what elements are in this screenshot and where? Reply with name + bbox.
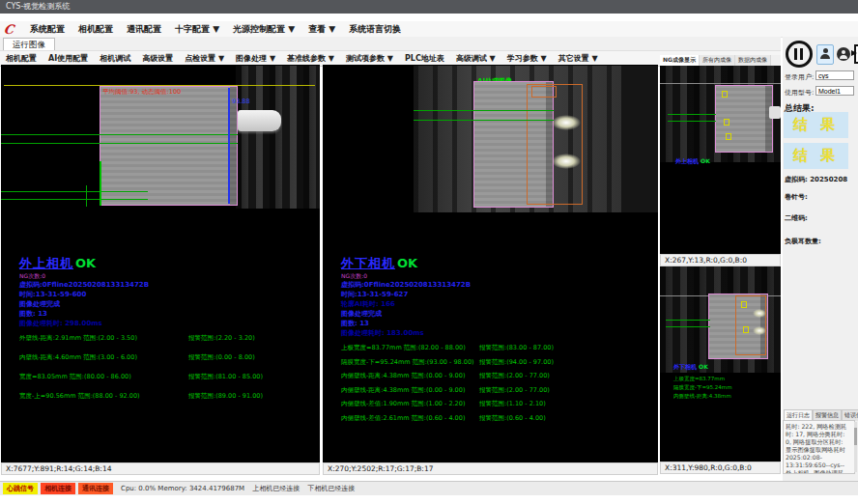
log-scrollbar[interactable] [854,422,857,472]
log-text-area[interactable]: 耗时: 222, 网络检测耗时: 17, 网络分类耗时: 0, 网络提取分区耗时… [783,420,855,474]
measure-line [1,199,148,200]
menu-comm-config[interactable]: 通讯配置 [120,23,168,36]
result-overlay-lower: 外下相机OK NG次数:0 虚拟码:0Ffline202502081331347… [341,253,554,426]
model-label: 使用型号: [785,88,814,98]
pixel-coords-text: X:311,Y:980,R:0,G:0,B:0 [665,463,752,472]
reflection-flare [552,115,581,130]
process-elapsed-label: 图像处理耗时: 183.00ms [341,328,554,338]
qr-code-label: 二维码: [785,213,808,223]
tool-advanced-settings[interactable]: 高级设置 [136,53,179,64]
measurement-name: 隔膜宽度-下=95.24mm 范围:(93.00 - 98.00) [341,359,479,366]
upper-camera-status: 上相机已经连接 [252,484,300,493]
pause-button[interactable] [786,41,813,68]
pixel-coords-text: X:7677;Y:891;R:14;G:14;B:14 [6,464,111,473]
app-logo-icon [3,23,18,36]
machinery-dark-column [621,66,658,212]
model-input[interactable] [815,86,854,96]
lower-camera-status: 下相机已经连接 [307,484,355,493]
menu-light-control[interactable]: 光源控制配置 ▼ [226,23,301,36]
login-user-label: 登录用户: [785,72,814,82]
measurement-list: 上极宽度=83.77mm 范围:(82.00 - 88.00)报警范围:(83.… [341,342,554,421]
tab-all-images[interactable]: 所有内成像 [700,55,735,66]
tab-strip: 运行图像 [0,37,781,51]
measurement-row: 内侧壁线-差值:2.61mm 范围:(0.60 - 4.00)报警范围:(0.6… [341,412,554,422]
tool-camera-config[interactable]: 相机配置 [0,53,43,64]
tab-data-images[interactable]: 数据内成像 [735,55,771,66]
measurement-row: 内侧壁线-距离:4.38mm 范围:(0.00 - 9.00)报警范围:(2.0… [341,370,554,379]
thumb-view-upper[interactable]: 外上相机 OK [660,66,781,254]
thumb-measure-line: 内侧壁线-距离:4.38mm [673,392,731,400]
camera-view-upper[interactable]: 平均阈值:93, 动态阈值:100 93.88 外上相机OK NG次数:0 虚拟… [1,65,320,462]
camera-view-lower[interactable]: AI处理图像 外下相机OK NG次数:0 虚拟码:0Ffline20250208… [323,65,658,462]
measurement-row: 内壁线-距离:4.60mm 范围:(3.00 - 6.00)报警范围:(0.00… [19,351,263,361]
camera-title: 外上相机 [675,157,699,164]
measurement-name: 内侧壁线-距离:4.38mm 范围:(0.00 - 9.00) [341,387,479,394]
tool-test-params[interactable]: 测试项参数 ▼ [340,53,399,64]
cpu-memory-label: Cpu: 0.0% Memory: 3424.4179687M [121,485,244,492]
window-titlebar: CYS-视觉检测系统 [0,0,858,14]
camera-title: 外上相机 [19,256,73,270]
tab-ng-display[interactable]: NG成像显示 [660,55,700,66]
pixel-coords-bar-thumb-lower: X:311,Y:980,R:0,G:0,B:0 [660,462,781,474]
tool-other-settings[interactable]: 其它设置 ▼ [553,53,604,64]
tool-image-processing[interactable]: 图像处理 ▼ [230,53,281,64]
measurement-alarm-range: 报警范围:(2.00 - 77.00) [479,387,550,394]
measurement-name: 上极宽度=83.77mm 范围:(82.00 - 88.00) [341,345,479,351]
process-done-label: 图像处理完成 [19,299,263,309]
tool-advanced-debug[interactable]: 高级调试 ▼ [450,53,501,64]
measurement-row: 宽度=83.05mm 范围:(80.00 - 86.00)报警范围:(81.00… [19,371,263,380]
menu-language-switch[interactable]: 系统语言切换 [342,23,408,36]
tool-learning-params[interactable]: 学习参数 ▼ [501,53,553,64]
user-account-icon[interactable] [837,47,850,61]
reflection-flare [552,154,581,169]
menu-camera-config[interactable]: 相机配置 [72,23,120,36]
tool-ai-usage-config[interactable]: AI使用配置 [43,53,94,64]
thumb-measure-line: 上极宽度=83.77mm [673,375,725,382]
machinery-columns [236,66,320,209]
blue-edge-label: 93.88 [232,98,250,105]
menu-cross-config[interactable]: 十字配置 ▼ [168,23,226,36]
cell-edge-marker [100,161,101,206]
log-scrollbar-thumb[interactable] [854,428,857,445]
negative-tab-count-label: 负极耳数量: [785,237,821,246]
measurement-alarm-range: 报警范围:(83.00 - 87.00) [479,345,554,351]
measurement-alarm-range: 报警范围:(0.60 - 4.00) [479,415,546,422]
barcode-value-label: 虚拟码: 20250208 [785,175,847,184]
gripper-connector [238,110,281,131]
control-panel: 登录用户: 使用型号: 总结果: 结 果 结 果 虚拟码: 20250208 卷… [783,37,858,481]
login-user-input[interactable] [815,70,854,80]
camera-title: 外下相机 [673,363,697,370]
menu-view[interactable]: 查看 ▼ [301,23,342,36]
blue-edge-line [228,88,230,204]
measurement-name: 内侧壁线-差值:1.90mm 范围:(1.00 - 2.20) [341,401,479,407]
tool-camera-debug[interactable]: 相机调试 [94,53,136,64]
measure-line [1,134,238,135]
logout-icon[interactable] [854,44,858,64]
thumb-result-title: 外下相机 OK [673,363,708,372]
tab-run-image[interactable]: 运行图像 [3,38,55,51]
menu-system-config[interactable]: 系统配置 [23,23,72,36]
measurement-alarm-range: 报警范围:(89.00 - 91.00) [188,393,263,400]
process-done-label: 图像处理完成 [341,309,554,319]
measure-line [414,110,554,111]
barcode-label: 虚拟码:0Ffline2025020813313472B [341,280,554,290]
tool-plc-address[interactable]: PLC地址表 [399,53,450,64]
measurement-name: 外壁线-距离:2.91mm 范围:(2.00 - 3.50) [19,335,188,342]
result-ok-text: OK [75,256,96,270]
measure-line [666,326,710,327]
measurement-alarm-range: 报警范围:(2.20 - 3.20) [188,335,255,342]
ai-detection-box-small [531,86,557,98]
measurement-row: 隔膜宽度-下=95.24mm 范围:(93.00 - 98.00)报警范围:(9… [341,356,554,366]
cell-shade [765,86,772,152]
thumb-result-title: 外上相机 OK [675,157,710,166]
status-badge-comm: 通讯连接 [78,483,113,494]
measurement-alarm-range: 报警范围:(2.00 - 77.00) [479,373,550,379]
measurement-name: 宽度-上=90.56mm 范围:(88.00 - 92.00) [19,393,188,400]
thumb-view-lower[interactable]: 外下相机 OK 上极宽度=83.77mm 隔膜宽度-下=95.24mm 内侧壁线… [660,266,781,462]
tool-baseline-params[interactable]: 基准线参数 ▼ [281,53,340,64]
measurement-name: 内侧壁线-距离:4.38mm 范围:(0.00 - 9.00) [341,373,479,379]
tool-spot-check[interactable]: 点检设置 ▼ [179,53,230,64]
reflection-flare [753,326,766,335]
marker-box [724,119,729,126]
login-user-button[interactable] [816,44,834,65]
